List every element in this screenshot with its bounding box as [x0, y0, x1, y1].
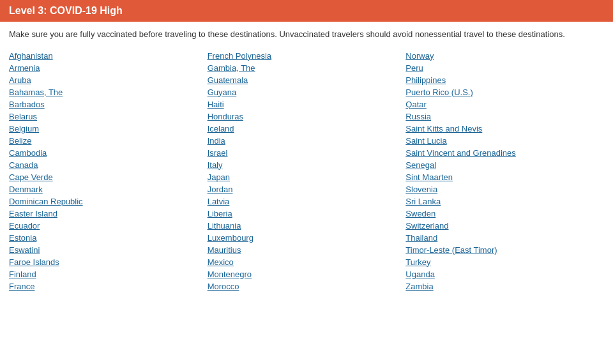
country-link[interactable]: Italy: [208, 159, 406, 171]
country-link[interactable]: Norway: [405, 50, 604, 62]
countries-grid: AfghanistanArmeniaArubaBahamas, TheBarba…: [0, 47, 613, 301]
column-2: French PolynesiaGambia, TheGuatemalaGuya…: [208, 50, 406, 292]
country-link[interactable]: Morocco: [208, 280, 406, 292]
country-link[interactable]: Israel: [208, 147, 406, 159]
country-link[interactable]: Switzerland: [405, 220, 604, 232]
country-link[interactable]: Lithuania: [208, 220, 406, 232]
country-link[interactable]: Denmark: [9, 183, 208, 195]
country-link[interactable]: Aruba: [9, 74, 208, 86]
country-link[interactable]: Zambia: [405, 280, 604, 292]
country-link[interactable]: Belarus: [9, 110, 208, 123]
country-link[interactable]: Mauritius: [208, 244, 406, 256]
column-1: AfghanistanArmeniaArubaBahamas, TheBarba…: [9, 50, 208, 292]
header-title: Level 3: COVID-19 High: [9, 5, 123, 16]
country-link[interactable]: Saint Kitts and Nevis: [405, 123, 604, 135]
country-link[interactable]: Liberia: [208, 208, 406, 220]
country-link[interactable]: Belize: [9, 135, 208, 147]
country-link[interactable]: Haiti: [208, 98, 406, 110]
country-link[interactable]: Japan: [208, 171, 406, 183]
country-link[interactable]: Guyana: [208, 86, 406, 98]
country-link[interactable]: Cape Verde: [9, 171, 208, 183]
country-link[interactable]: Barbados: [9, 98, 208, 110]
country-link[interactable]: Thailand: [405, 232, 604, 244]
country-link[interactable]: Qatar: [405, 98, 604, 110]
country-link[interactable]: Uganda: [405, 268, 604, 280]
country-link[interactable]: Sweden: [405, 208, 604, 220]
column-3: NorwayPeruPhilippinesPuerto Rico (U.S.)Q…: [405, 50, 604, 292]
country-link[interactable]: Bahamas, The: [9, 86, 208, 98]
country-link[interactable]: Easter Island: [9, 208, 208, 220]
country-link[interactable]: Saint Lucia: [405, 135, 604, 147]
country-link[interactable]: Gambia, The: [208, 62, 406, 74]
country-link[interactable]: Russia: [405, 110, 604, 123]
country-link[interactable]: Belgium: [9, 123, 208, 135]
country-link[interactable]: Philippines: [405, 74, 604, 86]
country-link[interactable]: Faroe Islands: [9, 256, 208, 268]
country-link[interactable]: Sri Lanka: [405, 195, 604, 208]
country-link[interactable]: Slovenia: [405, 183, 604, 195]
country-link[interactable]: Latvia: [208, 195, 406, 208]
country-link[interactable]: India: [208, 135, 406, 147]
country-link[interactable]: France: [9, 280, 208, 292]
country-link[interactable]: Dominican Republic: [9, 195, 208, 208]
description-content: Make sure you are fully vaccinated befor…: [9, 29, 565, 39]
country-link[interactable]: Cambodia: [9, 147, 208, 159]
country-link[interactable]: Afghanistan: [9, 50, 208, 62]
country-link[interactable]: Mexico: [208, 256, 406, 268]
country-link[interactable]: Ecuador: [9, 220, 208, 232]
country-link[interactable]: Jordan: [208, 183, 406, 195]
country-link[interactable]: Peru: [405, 62, 604, 74]
country-link[interactable]: Honduras: [208, 110, 406, 123]
country-link[interactable]: Senegal: [405, 159, 604, 171]
country-link[interactable]: Luxembourg: [208, 232, 406, 244]
country-link[interactable]: Finland: [9, 268, 208, 280]
page-header: Level 3: COVID-19 High: [0, 0, 613, 22]
description-text: Make sure you are fully vaccinated befor…: [0, 22, 613, 47]
country-link[interactable]: Canada: [9, 159, 208, 171]
country-link[interactable]: Puerto Rico (U.S.): [405, 86, 604, 98]
country-link[interactable]: French Polynesia: [208, 50, 406, 62]
country-link[interactable]: Sint Maarten: [405, 171, 604, 183]
country-link[interactable]: Estonia: [9, 232, 208, 244]
country-link[interactable]: Timor-Leste (East Timor): [405, 244, 604, 256]
country-link[interactable]: Armenia: [9, 62, 208, 74]
country-link[interactable]: Eswatini: [9, 244, 208, 256]
country-link[interactable]: Iceland: [208, 123, 406, 135]
country-link[interactable]: Turkey: [405, 256, 604, 268]
country-link[interactable]: Saint Vincent and Grenadines: [405, 147, 604, 159]
country-link[interactable]: Guatemala: [208, 74, 406, 86]
country-link[interactable]: Montenegro: [208, 268, 406, 280]
